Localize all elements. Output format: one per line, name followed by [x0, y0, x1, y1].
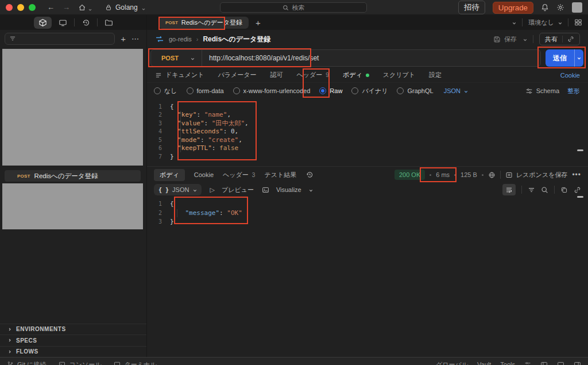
- visualize-button[interactable]: Visualize: [262, 186, 313, 194]
- console-button[interactable]: コンソール: [59, 360, 101, 365]
- environment-quick-look-icon[interactable]: [574, 18, 582, 26]
- toggle-left-panel-icon[interactable]: [540, 361, 548, 365]
- breadcrumb-collection[interactable]: go-redis: [169, 36, 192, 43]
- link-icon[interactable]: [567, 36, 574, 43]
- search-response-icon[interactable]: [541, 186, 548, 194]
- minimize-window-button[interactable]: [17, 4, 24, 11]
- body-type-graphql[interactable]: GraphQL: [397, 87, 433, 94]
- tab-scripts[interactable]: スクリプト: [383, 71, 415, 79]
- share-label: 共有: [545, 35, 558, 44]
- response-format-dropdown[interactable]: { } JSON: [154, 184, 202, 195]
- sliders-icon[interactable]: [524, 361, 531, 365]
- global-variables-button[interactable]: グローバル: [436, 360, 468, 365]
- share-button[interactable]: 共有: [539, 33, 580, 45]
- schema-button[interactable]: Schema: [525, 87, 559, 95]
- url-input[interactable]: http://localhost:8080/api/v1/redis/set: [202, 54, 319, 62]
- back-button[interactable]: ←: [47, 3, 55, 11]
- folder-icon[interactable]: [105, 18, 113, 27]
- body-type-form-data[interactable]: form-data: [187, 87, 224, 94]
- code-line[interactable]: 6 "keepTTL": false: [147, 144, 588, 153]
- tab-headers[interactable]: ヘッダー 9: [297, 71, 329, 79]
- tab-settings[interactable]: 設定: [429, 71, 442, 79]
- response-tab-body[interactable]: ボディ: [154, 169, 185, 181]
- home-button[interactable]: [78, 3, 92, 11]
- preview-button[interactable]: ▷ プレビュー: [210, 186, 254, 194]
- body-type-urlencoded[interactable]: x-www-form-urlencoded: [233, 87, 311, 94]
- method-dropdown[interactable]: POST: [151, 55, 202, 62]
- code-line[interactable]: 5 "mode": "create",: [147, 136, 588, 144]
- tab-documentation[interactable]: ドキュメント: [155, 71, 204, 79]
- raw-language-dropdown[interactable]: JSON: [444, 87, 468, 94]
- body-type-binary[interactable]: バイナリ: [351, 87, 388, 95]
- request-tab[interactable]: POST Redisへのデータ登録: [159, 17, 249, 29]
- response-tab-test-results[interactable]: テスト結果: [264, 171, 296, 179]
- connect-git-button[interactable]: Git に接続: [7, 360, 46, 365]
- response-body-viewer[interactable]: 1{2 "message": "OK"3}: [147, 197, 588, 357]
- viewer-scrollbar[interactable]: [577, 196, 583, 198]
- code-line[interactable]: 2 "message": "OK": [147, 209, 588, 218]
- copy-icon[interactable]: [560, 186, 568, 194]
- close-window-button[interactable]: [6, 4, 13, 11]
- globe-network-icon[interactable]: [488, 171, 496, 179]
- send-options-chevron-icon[interactable]: [574, 49, 583, 67]
- share-response-link-icon[interactable]: [574, 186, 581, 194]
- apis-monitor-icon[interactable]: [59, 18, 67, 27]
- tab-overflow-chevron-icon[interactable]: [512, 20, 516, 25]
- settings-gear-icon[interactable]: [556, 3, 564, 11]
- sidebar-request-item[interactable]: POST Redisへのデータ登録: [5, 170, 141, 182]
- search-input[interactable]: 検索: [220, 2, 367, 13]
- toggle-right-panel-icon[interactable]: [574, 361, 581, 365]
- save-options-chevron-icon[interactable]: [523, 37, 527, 41]
- forward-button[interactable]: →: [63, 3, 70, 11]
- save-button[interactable]: 保存: [493, 35, 517, 44]
- tools-button[interactable]: Tools: [500, 361, 515, 365]
- radio-label: GraphQL: [407, 87, 433, 94]
- body-type-raw[interactable]: Raw: [319, 87, 342, 94]
- code-line[interactable]: 3}: [147, 217, 588, 226]
- breadcrumb-request-name[interactable]: Redisへのデータ登録: [203, 34, 270, 44]
- toggle-bottom-panel-icon[interactable]: [557, 361, 564, 365]
- tab-params[interactable]: パラメーター: [218, 71, 257, 79]
- code-line[interactable]: 3 "value": "田中太郎",: [147, 119, 588, 128]
- response-tab-cookies[interactable]: Cookie: [194, 171, 214, 178]
- upgrade-button[interactable]: Upgrade: [493, 2, 533, 14]
- response-tab-headers[interactable]: ヘッダー 3: [223, 171, 255, 179]
- request-body-editor[interactable]: 1{2 "key": "name",3 "value": "田中太郎",4 "t…: [147, 99, 588, 167]
- cookies-link[interactable]: Cookie: [560, 72, 580, 79]
- tab-body[interactable]: ボディ: [343, 71, 369, 79]
- sidebar-section-environments[interactable]: ENVIRONMENTS: [0, 324, 146, 335]
- sidebar-collections-tab[interactable]: [34, 17, 52, 29]
- history-clock-icon[interactable]: [82, 18, 90, 27]
- notifications-bell-icon[interactable]: [541, 3, 549, 11]
- sidebar-more-options-button[interactable]: ⋯: [131, 34, 140, 43]
- send-button[interactable]: 送信: [546, 49, 583, 67]
- radio-icon: [351, 87, 358, 94]
- tab-authorization[interactable]: 認可: [270, 71, 283, 79]
- workspace-switcher[interactable]: Golang: [105, 3, 146, 11]
- user-avatar[interactable]: [572, 2, 582, 13]
- response-more-options-button[interactable]: •••: [572, 171, 581, 179]
- add-collection-button[interactable]: +: [121, 34, 126, 43]
- beautify-button[interactable]: 整形: [567, 87, 580, 95]
- code-line[interactable]: 1{: [147, 199, 588, 209]
- sidebar-filter-input[interactable]: [5, 33, 115, 45]
- wrap-text-button[interactable]: [502, 184, 516, 195]
- new-tab-button[interactable]: +: [256, 18, 261, 28]
- filter-results-icon[interactable]: [528, 186, 535, 194]
- code-line[interactable]: 2 "key": "name",: [147, 111, 588, 120]
- terminal-button[interactable]: ターミナル: [114, 360, 156, 365]
- code-line[interactable]: 4 "ttlSeconds": 0,: [147, 128, 588, 136]
- sidebar-section-specs[interactable]: SPECS: [0, 335, 146, 346]
- invite-button[interactable]: 招待: [458, 1, 485, 14]
- body-type-none[interactable]: なし: [154, 87, 177, 95]
- editor-scrollbar[interactable]: [577, 149, 583, 151]
- environment-selector[interactable]: 環境なし: [528, 18, 562, 27]
- response-history-icon[interactable]: [305, 171, 314, 179]
- sidebar-section-flows[interactable]: FLOWS: [0, 346, 146, 358]
- vault-button[interactable]: Vault: [477, 361, 491, 365]
- code-line[interactable]: 7}: [147, 152, 588, 161]
- code-line[interactable]: 1{: [147, 102, 588, 111]
- zoom-window-button[interactable]: [29, 4, 36, 11]
- save-response-button[interactable]: レスポンスを保存: [505, 171, 568, 179]
- visualize-label: Visualize: [276, 186, 301, 193]
